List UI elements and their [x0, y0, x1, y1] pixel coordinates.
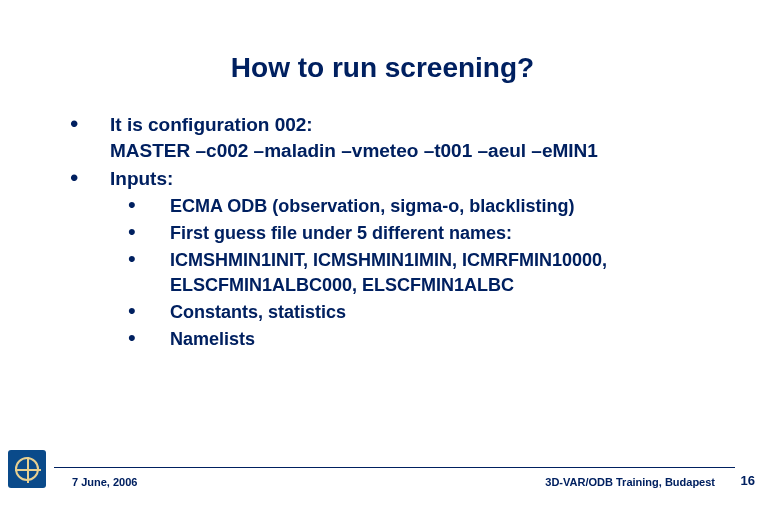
bullet-icon: •	[128, 247, 136, 271]
bullet-inputs: • Inputs: • ECMA ODB (observation, sigma…	[60, 166, 725, 352]
bullet-icon: •	[128, 220, 136, 244]
footer-divider	[54, 467, 735, 468]
sub-bullet: • ECMA ODB (observation, sigma-o, blackl…	[110, 194, 725, 219]
sub-bullet: • First guess file under 5 different nam…	[110, 221, 725, 246]
bullet-text: Inputs:	[110, 166, 725, 192]
sub-bullet: • Namelists	[110, 327, 725, 352]
bullet-text-cont: MASTER –c002 –maladin –vmeteo –t001 –aeu…	[110, 138, 725, 164]
sub-bullet-text: ICMSHMIN1INIT, ICMSHMIN1IMIN, ICMRFMIN10…	[170, 248, 725, 298]
bullet-icon: •	[70, 112, 78, 136]
sub-bullet-text: First guess file under 5 different names…	[170, 221, 725, 246]
bullet-icon: •	[128, 299, 136, 323]
footer-page-number: 16	[741, 473, 755, 488]
sub-bullet-text: Namelists	[170, 327, 725, 352]
slide-footer: 7 June, 2006 3D-VAR/ODB Training, Budape…	[0, 456, 765, 496]
sub-bullet-text: Constants, statistics	[170, 300, 725, 325]
footer-date: 7 June, 2006	[72, 476, 137, 488]
slide-title: How to run screening?	[0, 52, 765, 84]
bullet-config: • It is configuration 002: MASTER –c002 …	[60, 112, 725, 164]
bullet-icon: •	[128, 193, 136, 217]
slide-body: • It is configuration 002: MASTER –c002 …	[60, 112, 725, 354]
bullet-icon: •	[70, 166, 78, 190]
footer-course: 3D-VAR/ODB Training, Budapest	[545, 476, 715, 488]
bullet-text: It is configuration 002:	[110, 112, 725, 138]
sub-bullet: • ICMSHMIN1INIT, ICMSHMIN1IMIN, ICMRFMIN…	[110, 248, 725, 298]
sub-bullet: • Constants, statistics	[110, 300, 725, 325]
bullet-icon: •	[128, 326, 136, 350]
omsz-logo	[8, 450, 46, 488]
sub-bullet-text: ECMA ODB (observation, sigma-o, blacklis…	[170, 194, 725, 219]
